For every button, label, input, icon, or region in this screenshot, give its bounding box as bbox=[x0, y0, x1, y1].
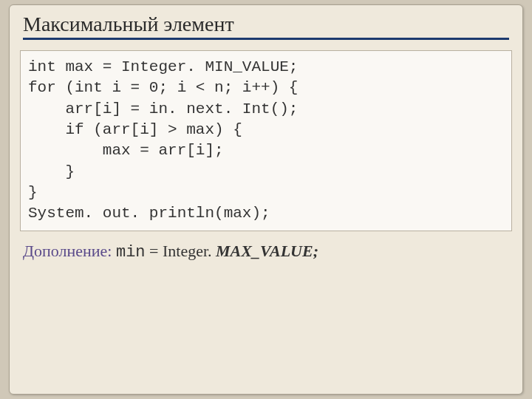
note-label: Дополнение: bbox=[23, 242, 112, 260]
note-tail: MAX_VALUE; bbox=[216, 242, 318, 260]
slide-title: Максимальный элемент bbox=[23, 13, 509, 40]
code-block: int max = Integer. MIN_VALUE; for (int i… bbox=[20, 50, 512, 231]
note-eq: = Integer. bbox=[146, 242, 216, 260]
slide: Максимальный элемент int max = Integer. … bbox=[9, 4, 523, 395]
note-var: min bbox=[116, 243, 146, 262]
note-line: Дополнение: min = Integer. MAX_VALUE; bbox=[23, 242, 509, 262]
title-container: Максимальный элемент bbox=[10, 13, 522, 40]
